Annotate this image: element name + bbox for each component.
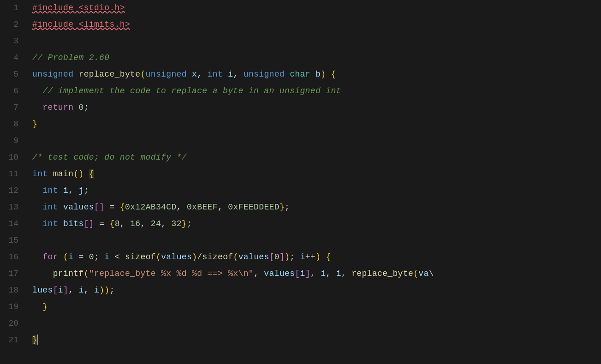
comma-5a: , bbox=[197, 70, 207, 79]
code-line-19: 19 } bbox=[0, 301, 601, 317]
var-j-12: j bbox=[79, 186, 84, 195]
plain-12 bbox=[58, 186, 63, 195]
line-num-19: 19 bbox=[0, 301, 28, 313]
plain-16b: = bbox=[73, 252, 89, 262]
kw-int-14: int bbox=[42, 219, 58, 228]
comment-6: // implement the code to replace a byte … bbox=[42, 86, 341, 95]
code-line-4: 4 // Problem 2.60 bbox=[0, 52, 601, 68]
code-line-8: 8 } bbox=[0, 118, 601, 135]
param-i: i bbox=[228, 70, 233, 79]
indent-14 bbox=[32, 219, 42, 228]
brace-14a: { bbox=[109, 219, 114, 228]
plain-13b: = bbox=[104, 203, 120, 212]
hex-3: 0xFEEDDEED bbox=[228, 203, 280, 212]
code-editor: 1 #include <stdio.h> 2 #include <limits.… bbox=[0, 0, 601, 364]
plain-14b: = bbox=[94, 219, 110, 228]
paren-16c: ) bbox=[192, 252, 197, 262]
text-cursor bbox=[37, 334, 38, 345]
bracket-18a: [ bbox=[53, 286, 58, 295]
paren-16f: ) bbox=[315, 252, 321, 262]
code-line-3: 3 bbox=[0, 35, 601, 52]
var-values-16b: values bbox=[238, 252, 269, 262]
num-24: 24 bbox=[151, 219, 161, 228]
paren-16a: ( bbox=[63, 252, 68, 262]
paren-16d: ( bbox=[233, 252, 238, 262]
kw-int-13: int bbox=[42, 203, 58, 212]
line-content-12: int i, j; bbox=[28, 185, 601, 197]
inc-16: ++ bbox=[305, 252, 315, 262]
comma-17b: , bbox=[310, 269, 321, 278]
semi-7: ; bbox=[84, 103, 89, 112]
bracket-16b: ] bbox=[280, 252, 285, 262]
brace-close-8: } bbox=[32, 119, 37, 129]
num-16: 16 bbox=[130, 219, 140, 228]
indent-19 bbox=[32, 302, 42, 311]
comma-17a: , bbox=[254, 269, 264, 278]
func-sizeof-16a: sizeof bbox=[125, 252, 156, 262]
brace-11: { bbox=[89, 169, 94, 179]
line-num-9: 9 bbox=[0, 135, 28, 147]
code-line-16: 16 for (i = 0; i < sizeof(values)/sizeof… bbox=[0, 251, 601, 268]
line-content-17: printf("replace_byte %x %d %d ==> %x\n",… bbox=[28, 268, 601, 280]
semi-12: ; bbox=[84, 186, 89, 195]
code-line-17: 17 printf("replace_byte %x %d %d ==> %x\… bbox=[0, 268, 601, 284]
bracket-17a: [ bbox=[295, 269, 300, 278]
var-i-18c: i bbox=[94, 286, 99, 295]
comma-14a: , bbox=[120, 219, 130, 228]
brace-close-19: } bbox=[42, 302, 48, 311]
str-17: "replace_byte %x %d %d ==> %x\n" bbox=[89, 269, 254, 278]
backslash-17: \ bbox=[429, 269, 434, 278]
var-i-16b: i bbox=[104, 252, 109, 262]
bracket-18b: ] bbox=[63, 286, 68, 295]
brace-16: { bbox=[326, 252, 331, 262]
code-line-21: 21 } bbox=[0, 334, 601, 351]
hex-2: 0xBEEF bbox=[187, 203, 218, 212]
comma-5b: , bbox=[233, 70, 243, 79]
line-content-10: /* test code; do not modify */ bbox=[28, 151, 601, 164]
plain-5a bbox=[73, 70, 78, 79]
comment-10: /* test code; do not modify */ bbox=[32, 153, 187, 162]
num-0-7: 0 bbox=[78, 103, 83, 112]
var-values-16a: values bbox=[161, 252, 192, 262]
code-line-5: 5 unsigned replace_byte(unsigned x, int … bbox=[0, 68, 601, 85]
paren-5b: ) bbox=[321, 70, 326, 79]
plain-5c bbox=[223, 70, 228, 79]
comma-18a: , bbox=[68, 286, 78, 295]
line-content-5: unsigned replace_byte(unsigned x, int i,… bbox=[28, 68, 601, 81]
line-num-10: 10 bbox=[0, 151, 28, 164]
indent-12 bbox=[32, 186, 42, 195]
comma-18b: , bbox=[84, 286, 94, 295]
kw-unsigned-5: unsigned bbox=[32, 70, 73, 79]
semi-18: ; bbox=[110, 286, 115, 295]
var-values-17: values bbox=[264, 269, 295, 278]
brace-13a: { bbox=[120, 203, 125, 212]
plain-5e bbox=[310, 70, 315, 79]
code-line-14: 14 int bits[] = {8, 16, 24, 32}; bbox=[0, 218, 601, 234]
line-content-2: #include <limits.h> bbox=[28, 18, 601, 31]
var-values: values bbox=[63, 203, 94, 212]
param-x: x bbox=[192, 70, 197, 79]
var-i-16c: i bbox=[300, 252, 305, 262]
code-line-15: 15 bbox=[0, 234, 601, 251]
kw-int-12: int bbox=[42, 186, 58, 195]
indent-6 bbox=[32, 86, 42, 95]
indent-16 bbox=[32, 252, 42, 262]
var-va-17: va bbox=[418, 269, 428, 278]
brace-close-21: } bbox=[32, 335, 37, 345]
comma-13b: , bbox=[218, 203, 228, 212]
code-line-13: 13 int values[] = {0x12AB34CD, 0xBEEF, 0… bbox=[0, 201, 601, 218]
func-sizeof-16b: sizeof bbox=[202, 252, 233, 262]
code-line-11: 11 int main() { bbox=[0, 168, 601, 185]
comma-14b: , bbox=[140, 219, 150, 228]
kw-for-16: for bbox=[42, 252, 58, 262]
semi-16b: ; bbox=[290, 252, 300, 262]
line-num-17: 17 bbox=[0, 268, 28, 280]
bracket-17b: ] bbox=[305, 269, 310, 278]
line-num-7: 7 bbox=[0, 101, 28, 114]
paren-5a: ( bbox=[140, 70, 145, 79]
line-num-5: 5 bbox=[0, 68, 28, 81]
plain-5b bbox=[187, 70, 192, 79]
indent-7 bbox=[32, 103, 42, 112]
line-content-21: } bbox=[28, 334, 601, 346]
num-0-16: 0 bbox=[89, 252, 94, 262]
